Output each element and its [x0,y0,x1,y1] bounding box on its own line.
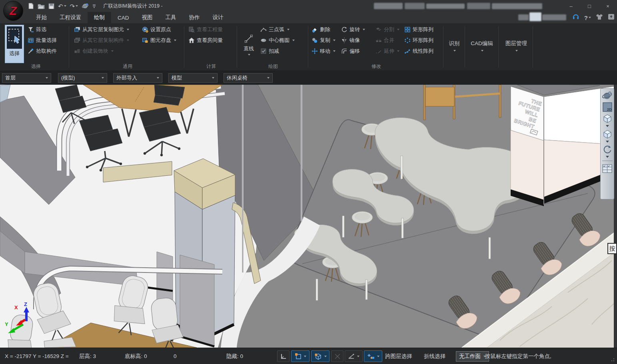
open-file-button[interactable] [38,3,45,9]
3d-scene[interactable]: THE FUTURE WILL BE BRIGHT [0,85,617,348]
rotate-view-caret-icon[interactable] [606,156,609,158]
select-button[interactable]: 选择 [5,25,24,63]
view-room-quantity-button[interactable]: 查看房间量 [187,36,224,45]
rect-array-icon [404,26,411,33]
category-select[interactable]: 模型 [168,73,218,83]
move-button[interactable]: 移动 [310,47,337,56]
tab-start[interactable]: 开始 [30,12,53,23]
dropdown-caret-icon[interactable] [377,356,379,357]
rect-snap-toggle-button[interactable] [291,350,309,362]
view-cube-caret-icon[interactable] [606,141,609,143]
tab-view[interactable]: 视图 [136,12,159,23]
dropdown-caret-icon[interactable] [287,29,290,30]
pin-toggle-icon[interactable] [92,4,96,8]
split-icon [375,26,382,33]
app-logo[interactable]: Z [3,1,23,21]
element-type-select[interactable]: 休闲桌椅 [224,73,273,83]
orbit-sphere-button[interactable] [82,2,89,10]
dropdown-caret-icon[interactable] [333,40,335,41]
snap-cross-toggle-button[interactable] [331,350,343,362]
tab-draw[interactable]: 绘制 [88,12,111,23]
dropdown-caret-icon[interactable] [363,29,365,30]
source-select[interactable]: 外部导入 [113,73,162,83]
polyline-select-button[interactable]: 折线选择 [424,348,445,364]
rotate-view-button[interactable] [602,145,613,154]
set-origin-button[interactable]: 设置原点 [141,25,178,34]
dropdown-caret-icon[interactable] [292,40,295,41]
split-button[interactable]: 分割 [374,25,401,34]
3d-snap-toggle-button[interactable] [311,350,329,362]
tab-cad[interactable]: CAD [111,12,136,23]
create-decor-block-button[interactable]: 创建装饰块 [73,47,130,56]
angle-snap-toggle-button[interactable] [345,350,363,362]
dropdown-caret-icon[interactable] [333,50,335,52]
undo-caret-icon[interactable] [64,5,66,7]
front-cube-view-button[interactable] [602,113,613,123]
cad-edit-button[interactable]: CAD编辑 [466,25,497,66]
three-point-arc-button[interactable]: 三点弧 [259,25,296,34]
iso-cube-view-button[interactable] [602,129,613,139]
save-button[interactable] [48,3,54,9]
copy-components-from-layer-button[interactable]: 从其它层复制构件 [73,36,130,45]
view-quantity-button[interactable]: 查看工程量 [187,25,224,34]
toolbar-divider [602,161,613,161]
rotate-button[interactable]: 旋转 [340,25,366,34]
work-plane-selector[interactable]: 无工作面 [456,351,489,362]
dynamic-input-toggle-button[interactable] [364,350,382,362]
linear-array-button[interactable]: 线性阵列 [403,47,435,56]
orbit-view-button[interactable] [602,90,613,101]
batch-select-button[interactable]: 批量选择 [26,36,58,45]
copy-elements-from-layer-button[interactable]: 从其它层复制图元 [73,25,130,34]
2d-view-button[interactable]: 2D [602,102,613,112]
close-button[interactable]: × [599,0,617,12]
logo-letter: Z [10,4,17,18]
dropdown-caret-icon[interactable] [324,356,327,357]
filter-button[interactable]: 筛选 [26,25,58,34]
copy-button[interactable]: 复制 [310,36,337,45]
redo-button[interactable]: ↷ [70,3,78,9]
theme-shirt-icon[interactable] [596,14,603,22]
panel-toggle-icon[interactable] [608,14,615,22]
mirror-button[interactable]: 镜像 [340,36,366,45]
recognize-button[interactable]: 识别 [445,25,464,66]
dropdown-caret-icon[interactable] [357,356,359,357]
cross-layer-select-button[interactable]: 跨图层选择 [385,348,412,364]
save-element-label: 图元存盘 [150,37,171,44]
redo-caret-icon[interactable] [76,5,78,7]
tab-project-settings[interactable]: 工程设置 [53,12,88,23]
help-caret-icon [589,17,591,18]
new-file-button[interactable] [28,3,34,9]
dropdown-caret-icon[interactable] [248,54,250,56]
tab-design[interactable]: 设计 [206,12,230,23]
pick-component-button[interactable]: 拾取构件 [26,47,58,56]
extend-button[interactable]: 延伸 [374,47,401,56]
minimize-button[interactable]: – [562,0,580,12]
center-ellipse-button[interactable]: 中心椭圆 [259,36,296,45]
line-tool-button[interactable]: 直线 [240,25,258,65]
rotate-icon [341,26,347,33]
ortho-toggle-button[interactable] [277,350,290,362]
model-view-select[interactable]: (模型) [58,73,107,83]
resize-grip[interactable] [609,356,614,361]
save-element-button[interactable]: 图元存盘 [141,36,178,45]
dropdown-caret-icon[interactable] [127,29,129,30]
view-settings-table-button[interactable] [602,163,613,173]
tab-tools[interactable]: 工具 [159,12,183,23]
view-cube-caret-icon[interactable] [606,125,609,127]
offset-button[interactable]: 偏移 [340,47,366,56]
help-button[interactable]: ? [584,14,591,21]
maximize-button[interactable]: □ [580,0,599,12]
deduct-checkbox-row[interactable]: 扣减 [259,47,296,56]
polar-array-button[interactable]: 环形阵列 [403,36,435,45]
merge-button[interactable]: 合并 [374,36,401,45]
layer-manage-button[interactable]: 图层管理 [500,25,533,66]
rect-array-button[interactable]: 矩形阵列 [403,25,435,34]
tab-collaborate[interactable]: 协作 [183,12,206,23]
floor-select[interactable]: 首层 [2,73,51,83]
delete-button[interactable]: 删除 [310,25,337,34]
dropdown-caret-icon[interactable] [174,40,176,41]
undo-button[interactable]: ↶ [58,3,66,9]
dropdown-caret-icon[interactable] [304,356,306,357]
support-headset-icon[interactable] [572,14,579,22]
viewport-3d[interactable]: THE FUTURE WILL BE BRIGHT [0,85,617,348]
